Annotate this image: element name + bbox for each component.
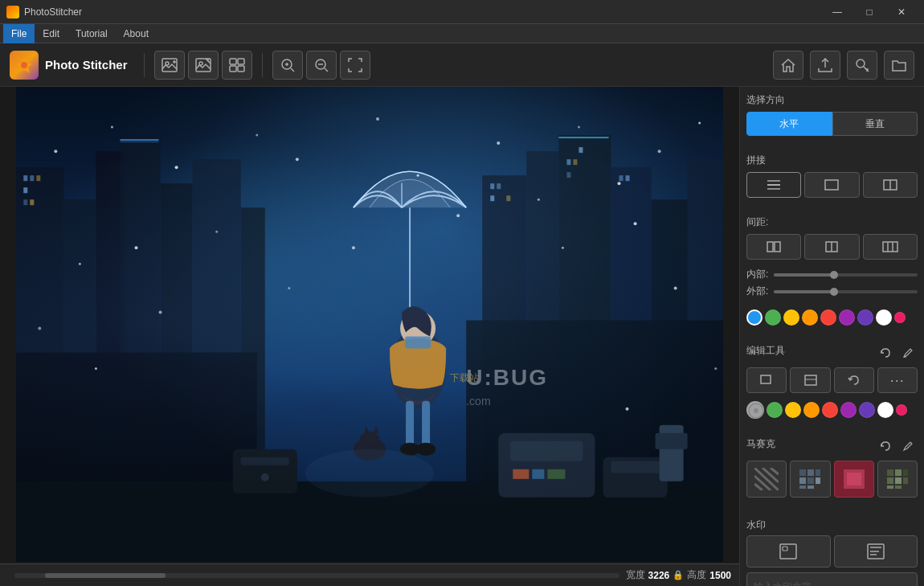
edit-crop-button[interactable] xyxy=(746,367,787,393)
outer-slider-row: 外部: xyxy=(746,285,918,298)
svg-rect-150 xyxy=(799,486,806,489)
svg-rect-158 xyxy=(895,477,902,484)
svg-line-143 xyxy=(754,484,763,490)
svg-point-1 xyxy=(21,62,27,68)
direction-horizontal-button[interactable]: 水平 xyxy=(746,112,832,136)
menu-about[interactable]: About xyxy=(116,24,157,43)
outer-label: 外部: xyxy=(746,285,769,298)
height-value: 1500 xyxy=(709,570,731,581)
svg-rect-155 xyxy=(895,469,902,476)
right-panel: 选择方向 水平 垂直 拼接 xyxy=(739,87,924,586)
mask-pattern-4-button[interactable] xyxy=(877,461,918,498)
color-blue[interactable] xyxy=(746,309,763,326)
splice-type-1-button[interactable] xyxy=(746,172,801,198)
svg-point-138 xyxy=(754,408,758,413)
canvas-area[interactable]: U:BUG .com 下载站 xyxy=(0,87,739,586)
mask-pattern-3-button[interactable] xyxy=(834,461,874,498)
svg-rect-144 xyxy=(799,469,806,476)
home-button[interactable] xyxy=(773,51,803,80)
photo-tools-group xyxy=(154,51,252,80)
zoom-in-button[interactable] xyxy=(272,51,303,80)
width-value: 3226 xyxy=(648,570,670,581)
outer-slider[interactable] xyxy=(774,290,918,293)
spacing-type-3-button[interactable] xyxy=(863,234,918,260)
splice-type-2-button[interactable] xyxy=(804,172,859,198)
color-extra[interactable] xyxy=(894,312,906,323)
pencil-edit-button[interactable] xyxy=(898,343,918,363)
app-logo-icon xyxy=(6,6,19,18)
horizontal-scrollbar[interactable] xyxy=(14,573,619,578)
titlebar-title: PhotoStitcher xyxy=(24,6,82,18)
color-red[interactable] xyxy=(820,309,836,326)
close-button[interactable]: ✕ xyxy=(885,0,918,24)
inner-outer-section: 内部: 外部: xyxy=(746,268,918,301)
menu-edit[interactable]: Edit xyxy=(35,24,67,43)
minimize-button[interactable]: — xyxy=(821,0,853,24)
direction-vertical-button[interactable]: 垂直 xyxy=(832,112,918,136)
status-info: 宽度 3226 🔒 高度 1500 xyxy=(626,568,731,582)
mask-pattern-2-button[interactable] xyxy=(790,461,830,498)
watermark-text-input[interactable] xyxy=(746,572,918,586)
mask-section: 马赛克 xyxy=(746,436,918,498)
upload-button[interactable] xyxy=(810,51,840,80)
maximize-button[interactable]: □ xyxy=(853,0,885,24)
menu-tutorial[interactable]: Tutorial xyxy=(67,24,116,43)
zoom-out-button[interactable] xyxy=(306,51,337,80)
splice-type-3-button[interactable] xyxy=(863,172,918,198)
edit-color-red2[interactable] xyxy=(822,402,838,418)
svg-rect-134 xyxy=(761,375,771,383)
color-yellow[interactable] xyxy=(783,309,799,326)
zoom-tools-group xyxy=(272,51,370,80)
mask-action-icons xyxy=(876,436,918,456)
edit-square-button[interactable] xyxy=(790,367,830,393)
image-preview: U:BUG .com 下载站 xyxy=(16,87,723,562)
spacing-type-2-button[interactable] xyxy=(804,234,859,260)
edit-color-light-purple2[interactable] xyxy=(859,402,875,418)
mask-pencil-button[interactable] xyxy=(898,436,918,456)
watermark-image-button[interactable] xyxy=(746,535,831,568)
edit-color-orange2[interactable] xyxy=(803,402,820,418)
svg-point-7 xyxy=(199,62,202,65)
watermark-label: 水印 xyxy=(746,518,918,532)
mask-pattern-1-button[interactable] xyxy=(746,461,787,498)
status-bar: 宽度 3226 🔒 高度 1500 xyxy=(0,563,739,586)
fit-screen-button[interactable] xyxy=(340,51,370,80)
titlebar: PhotoStitcher — □ ✕ xyxy=(0,0,924,24)
undo-button[interactable] xyxy=(834,367,874,393)
edit-color-yellow2[interactable] xyxy=(785,402,801,418)
menubar: File Edit Tutorial About xyxy=(0,24,924,43)
edit-color-white2[interactable] xyxy=(877,402,893,418)
svg-line-17 xyxy=(291,68,294,72)
color-white[interactable] xyxy=(876,309,892,326)
undo-edit-button[interactable] xyxy=(876,343,895,363)
inner-slider[interactable] xyxy=(774,273,918,277)
spacing-type-1-button[interactable] xyxy=(746,234,801,260)
edit-photo-button[interactable] xyxy=(188,51,219,80)
color-palette xyxy=(746,309,918,326)
svg-line-140 xyxy=(763,468,779,482)
edit-color-circle[interactable] xyxy=(746,401,764,419)
folder-button[interactable] xyxy=(884,51,914,80)
scrollbar-thumb[interactable] xyxy=(45,573,166,578)
splice-buttons xyxy=(746,172,918,198)
watermark-type-buttons xyxy=(746,535,918,568)
color-light-purple[interactable] xyxy=(857,309,873,326)
mask-undo-button[interactable] xyxy=(876,436,895,456)
color-orange[interactable] xyxy=(802,309,818,326)
more-button[interactable]: ··· xyxy=(877,367,918,393)
color-purple[interactable] xyxy=(839,309,855,326)
toolbar-separator-2 xyxy=(262,53,263,77)
edit-tools-section: 编辑工具 xyxy=(746,343,918,393)
key-button[interactable] xyxy=(847,51,877,80)
svg-rect-126 xyxy=(767,242,773,252)
layout-button[interactable] xyxy=(222,51,252,80)
add-photo-button[interactable] xyxy=(154,51,185,80)
menu-file[interactable]: File xyxy=(3,24,35,43)
edit-color-green2[interactable] xyxy=(767,402,783,418)
scene-overlay xyxy=(16,87,723,562)
edit-color-extra2[interactable] xyxy=(896,404,907,416)
svg-point-3 xyxy=(166,62,169,65)
edit-color-purple2[interactable] xyxy=(840,402,857,418)
watermark-text-button[interactable] xyxy=(834,535,918,568)
color-green[interactable] xyxy=(765,309,781,326)
